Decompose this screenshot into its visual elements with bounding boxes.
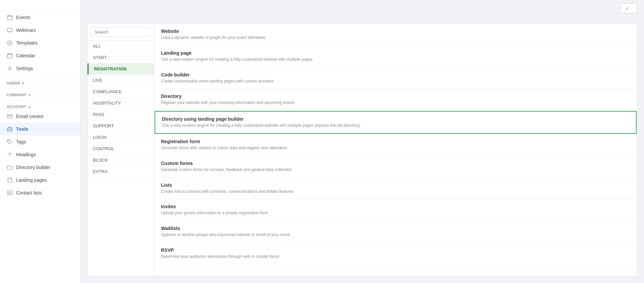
feature-text-landing-page: Landing pageUse a new modern engine for …: [161, 50, 624, 62]
feature-desc-lists: Create lists to connect with schedule, c…: [161, 189, 624, 194]
feature-text-directory: DirectoryRegister your website with your…: [161, 94, 624, 106]
briefcase-icon: [7, 126, 13, 132]
feature-desc-landing-page: Use a new modern engine for creating a f…: [161, 57, 624, 62]
filter-item-support[interactable]: SUPPORT: [88, 120, 154, 132]
sidebar-item-landing-pages[interactable]: Landing pages: [0, 174, 80, 186]
svg-rect-9: [7, 54, 12, 58]
end-button[interactable]: ✓: [620, 3, 637, 13]
sidebar-item-label: Contact lists: [16, 190, 42, 195]
main-content: ALLSTARTREGISTRATIONLIVECOMPLIANCEHOSPIT…: [80, 0, 644, 283]
sidebar-item-settings[interactable]: Settings: [0, 62, 80, 75]
feature-row-rsvp[interactable]: RSVPDetermine your audience attendance t…: [154, 243, 637, 265]
filter-item-live[interactable]: LIVE: [88, 75, 154, 86]
sidebar-item-webinars[interactable]: Webinars: [0, 24, 80, 37]
feature-title-directory-landing: Directory using landing page builder: [162, 116, 623, 122]
feature-title-directory: Directory: [161, 94, 624, 99]
sidebar-item-label: Headings: [16, 152, 36, 157]
chevron-down-icon: ▾: [29, 93, 31, 97]
filter-item-pass[interactable]: PASS: [88, 109, 154, 120]
filter-item-start[interactable]: START: [88, 52, 154, 63]
chevron-down-icon: ▾: [22, 81, 24, 85]
feature-text-waitlists: WaitlistsApprove or decline people who e…: [161, 226, 624, 238]
filter-item-all[interactable]: ALL: [88, 41, 154, 52]
feature-text-website: WebsiteLoad a dynamic website or plugin …: [161, 29, 624, 41]
text-icon: [7, 152, 13, 158]
filter-item-compliance[interactable]: COMPLIANCE: [88, 86, 154, 98]
feature-row-directory[interactable]: DirectoryRegister your website with your…: [154, 89, 637, 111]
feature-text-code-builder: Code builderCreate customizable event la…: [161, 72, 624, 84]
envelope-icon: [7, 113, 13, 119]
svg-point-7: [7, 41, 12, 45]
filter-item-registration[interactable]: REGISTRATION: [88, 63, 154, 75]
gear-icon: [7, 65, 13, 71]
feature-row-website[interactable]: WebsiteLoad a dynamic website or plugin …: [154, 24, 637, 46]
feature-text-invites: InvitesUpload your guests information to…: [161, 204, 624, 216]
sidebar-item-label: Directory builder: [16, 165, 50, 170]
feature-title-landing-page: Landing page: [161, 50, 624, 56]
check-icon: ✓: [626, 6, 630, 11]
sidebar-item-directory-builder[interactable]: Directory builder: [0, 161, 80, 174]
sidebar-item-email-creator[interactable]: Email creator: [0, 110, 80, 123]
sidebar: Events Webinars Templates Calendar Setti…: [0, 0, 80, 283]
feature-row-registration-form[interactable]: Registration formGenerate forms with add…: [154, 134, 637, 156]
sidebar-item-headings[interactable]: Headings: [0, 148, 80, 161]
section-users[interactable]: USERS ▾: [0, 78, 80, 87]
feature-text-custom-forms: Custom formsGenerate custom forms for su…: [161, 161, 624, 173]
feature-title-invites: Invites: [161, 204, 624, 209]
feature-row-code-builder[interactable]: Code builderCreate customizable event la…: [154, 67, 637, 89]
grid-icon: [7, 40, 13, 46]
section-label: ACCOUNT: [7, 105, 26, 109]
sidebar-item-label: Templates: [16, 40, 38, 46]
calendar-icon: [7, 14, 13, 20]
feature-row-custom-forms[interactable]: Custom formsGenerate custom forms for su…: [154, 156, 637, 178]
filter-item-extra[interactable]: EXTRA: [88, 166, 154, 177]
chevron-up-icon: ▴: [29, 105, 31, 109]
filter-item-block[interactable]: BLOCK: [88, 155, 154, 166]
divider: [0, 76, 80, 76]
feature-text-directory-landing: Directory using landing page builderUse …: [162, 116, 623, 128]
svg-point-17: [8, 140, 9, 141]
feature-text-rsvp: RSVPDetermine your audience attendance t…: [161, 247, 624, 260]
features-panel: WebsiteLoad a dynamic website or plugin …: [154, 23, 637, 276]
sidebar-item-label: Email creator: [16, 114, 44, 119]
monitor-icon: [7, 27, 13, 33]
search-input[interactable]: [91, 27, 151, 37]
svg-point-13: [9, 68, 11, 69]
svg-rect-4: [7, 28, 12, 32]
feature-row-landing-page[interactable]: Landing pageUse a new modern engine for …: [154, 46, 637, 67]
sidebar-item-tags[interactable]: Tags: [0, 135, 80, 148]
feature-row-invites[interactable]: InvitesUpload your guests information to…: [154, 199, 637, 221]
feature-title-custom-forms: Custom forms: [161, 161, 624, 166]
sidebar-item-tools[interactable]: Tools: [0, 123, 80, 135]
section-account[interactable]: ACCOUNT ▴: [0, 101, 80, 110]
feature-text-registration-form: Registration formGenerate forms with add…: [161, 139, 624, 151]
sidebar-item-templates[interactable]: Templates: [0, 37, 80, 49]
sidebar-item-calendar[interactable]: Calendar: [0, 49, 80, 62]
feature-row-waitlists[interactable]: WaitlistsApprove or decline people who e…: [154, 221, 637, 243]
sidebar-item-events[interactable]: Events: [0, 11, 80, 24]
feature-desc-website: Load a dynamic website or plugin for you…: [161, 35, 624, 41]
topbar: ✓: [613, 0, 644, 17]
feature-desc-directory-landing: Use a new modern engine for creating a f…: [162, 123, 623, 128]
feature-desc-waitlists: Approve or decline people who expressed …: [161, 232, 624, 238]
filter-item-login[interactable]: LOGIN: [88, 132, 154, 143]
sidebar-item-contact-lists[interactable]: Contact lists: [0, 186, 80, 199]
feature-text-lists: ListsCreate lists to connect with schedu…: [161, 182, 624, 194]
feature-row-lists[interactable]: ListsCreate lists to connect with schedu…: [154, 178, 637, 200]
feature-title-rsvp: RSVP: [161, 247, 624, 253]
feature-desc-invites: Upload your guests information to a priv…: [161, 210, 624, 216]
svg-point-8: [9, 42, 11, 44]
sidebar-item-label: Tags: [16, 139, 26, 145]
sidebar-item-label: Tools: [16, 126, 28, 132]
filter-item-control[interactable]: CONTROL: [88, 143, 154, 155]
sidebar-item-label: Settings: [16, 66, 33, 71]
feature-title-waitlists: Waitlists: [161, 226, 624, 231]
divider: [0, 100, 80, 100]
feature-row-directory-landing[interactable]: Directory using landing page builderUse …: [155, 111, 637, 134]
svg-rect-0: [7, 15, 12, 20]
list-icon: [7, 190, 13, 196]
filter-list: ALLSTARTREGISTRATIONLIVECOMPLIANCEHOSPIT…: [88, 41, 154, 276]
sidebar-item-label: Events: [16, 15, 31, 20]
filter-item-hospitality[interactable]: HOSPITALITY: [88, 98, 154, 109]
section-company[interactable]: COMPANY ▾: [0, 90, 80, 98]
